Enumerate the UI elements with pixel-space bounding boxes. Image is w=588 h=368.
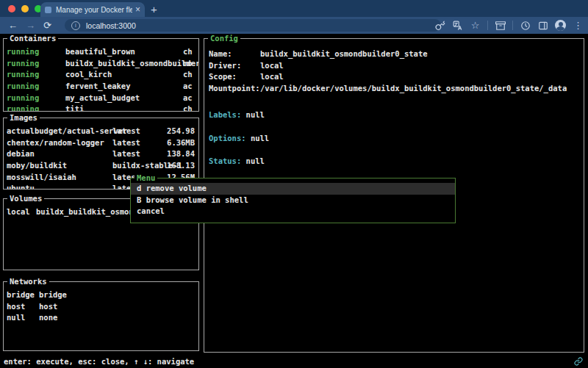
container-row[interactable]: running cool_kirch ch [4,69,198,81]
more-menu-icon[interactable]: ⋮ [573,20,584,31]
config-field-value: buildx_buildkit_osmondbuilder0_state [260,48,428,60]
config-options-row: Options: null [209,134,269,142]
network-row[interactable]: null none [4,312,198,324]
image-row[interactable]: actualbudget/actual-server latest 254.98 [4,126,198,137]
container-state: running [7,69,39,81]
tab-title: Manage your Docker fleet wi [56,6,132,14]
container-name: beautiful_brown [65,46,135,58]
image-name: mosswill/isaiah [7,172,76,184]
extensions-box-icon[interactable] [495,20,506,31]
config-field-value: local [260,71,284,83]
container-image: ac [183,93,193,104]
side-panel-icon[interactable] [537,20,548,31]
browser-chrome: Manage your Docker fleet wi × + ← → ⟳ i … [0,0,588,34]
window-controls [8,5,42,12]
reload-icon[interactable]: ⟳ [43,17,51,34]
image-size: 254.98 [167,126,195,137]
image-tag: latest [112,137,140,149]
browser-tab[interactable]: Manage your Docker fleet wi × [40,2,145,17]
container-image: ch [183,46,193,58]
config-field-value: /var/lib/docker/volumes/buildx_buildkit_… [260,83,567,95]
network-driver: bridge [39,289,67,301]
minimize-window-button[interactable] [21,5,29,12]
address-bar[interactable]: i localhost:3000 [65,19,441,32]
profile-avatar[interactable] [555,20,566,31]
tab-favicon [45,7,51,13]
container-image: ac [183,81,193,93]
toolbar-separator [487,21,488,30]
container-image: ch [183,69,193,81]
config-field-row: Scope: local [204,71,584,83]
image-tag: latest [112,126,140,137]
containers-panel: Containers running beautiful_brown ch ru… [3,38,199,112]
site-info-icon[interactable]: i [71,21,80,30]
image-name: actualbudget/actual-server [7,126,127,137]
container-row[interactable]: running my_actual_budget ac [4,93,198,104]
network-driver: none [39,312,57,324]
networks-panel: Networks bridge bridge host host null no… [3,281,199,351]
status-bar-hints: enter: execute, esc: close, ↑ ↓: navigat… [4,357,194,366]
menu-title: Menu [135,173,157,182]
password-key-icon[interactable] [434,20,445,31]
container-name: titi [65,104,84,111]
image-row[interactable]: chentex/random-logger latest 6.36MB [4,137,198,149]
image-name: ubuntu [7,183,35,189]
menu-item-remove-volume[interactable]: d remove volume [131,183,455,195]
image-row[interactable]: moby/buildkit buildx-stable-1 168.13 [4,160,198,172]
image-size: 6.36MB [167,137,195,149]
image-size: 168.13 [167,160,195,172]
container-name: buildx_buildkit_osmondbuilder0 [65,58,198,70]
config-labels-row: Labels: null [209,110,265,119]
forward-icon[interactable]: → [26,17,35,34]
menu-item-browse-volume[interactable]: B browse volume in shell [131,195,455,206]
config-field-label: Name: [209,48,232,60]
image-name: chentex/random-logger [7,137,104,149]
bookmark-star-icon[interactable]: ☆ [470,20,481,31]
new-tab-button[interactable]: + [151,2,157,17]
context-menu: Menu d remove volume B browse volume in … [130,178,456,223]
docker-tui: Containers running beautiful_brown ch ru… [0,34,588,368]
tab-close-icon[interactable]: × [135,4,140,15]
history-clock-icon[interactable] [520,20,531,31]
network-row[interactable]: bridge bridge [4,289,198,301]
config-field-row: Name: buildx_buildkit_osmondbuilder0_sta… [204,48,584,60]
container-name: my_actual_budget [65,93,140,104]
container-image: ch [183,104,193,111]
config-field-value: null [251,134,269,142]
link-icon [574,357,583,366]
container-row[interactable]: running fervent_leakey ac [4,81,198,93]
menu-item-cancel[interactable]: cancel [131,206,455,217]
network-name: host [7,301,25,313]
toolbar-separator [512,21,513,30]
image-size: 138.84 [167,148,195,160]
config-field-row: Mountpoint: /var/lib/docker/volumes/buil… [204,83,584,95]
network-row[interactable]: host host [4,301,198,313]
back-icon[interactable]: ← [8,17,18,34]
image-name: debian [7,148,35,160]
container-state: running [7,104,39,111]
container-row[interactable]: running beautiful_brown ch [4,46,198,58]
config-field-label: Driver: [209,60,241,72]
container-row[interactable]: running titi ch [4,104,198,111]
image-tag: latest [112,148,140,160]
config-field-label: Labels: [209,110,241,119]
url-text: localhost:3000 [86,21,136,30]
translate-icon[interactable] [452,20,463,31]
volume-driver: local [7,206,30,218]
config-field-label: Mountpoint: [209,83,260,95]
container-state: running [7,93,39,104]
container-state: running [7,81,39,93]
network-name: bridge [7,289,35,301]
config-field-value: local [260,60,284,72]
close-window-button[interactable] [8,5,15,12]
container-state: running [7,46,39,58]
config-field-label: Status: [209,156,241,165]
image-row[interactable]: debian latest 138.84 [4,148,198,160]
image-name: moby/buildkit [7,160,67,172]
config-field-value: null [246,110,265,119]
container-row[interactable]: running buildx_buildkit_osmondbuilder0 m… [4,58,198,70]
config-field-value: null [246,156,265,165]
tab-bar: Manage your Docker fleet wi × + [0,0,588,17]
network-driver: host [39,301,57,313]
network-name: null [7,312,25,324]
